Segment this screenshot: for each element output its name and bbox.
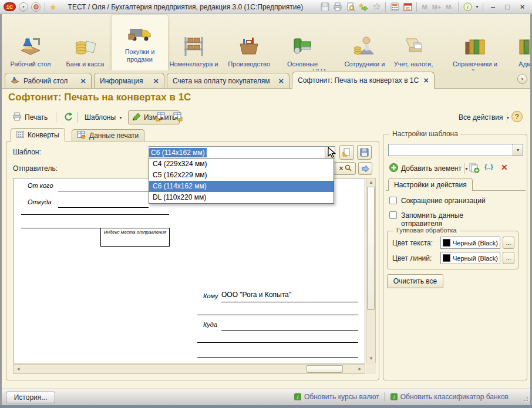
- braces-icon[interactable]: {..}: [484, 163, 493, 170]
- add-favorite-icon[interactable]: [358, 2, 369, 12]
- template-label: Шаблон:: [13, 148, 41, 156]
- print-preview-icon[interactable]: [345, 2, 356, 12]
- tab-envelopes[interactable]: Конверты: [11, 128, 65, 141]
- dropdown-item[interactable]: C5 (162x229 мм): [149, 170, 334, 181]
- horizontal-scrollbar[interactable]: ◄ ►: [13, 364, 365, 374]
- tab-invoices[interactable]: Счета на оплату покупателям ×: [167, 73, 289, 88]
- ribbon-section-production[interactable]: Производство: [222, 29, 276, 70]
- clear-all-button[interactable]: Очистить все: [387, 274, 443, 288]
- tab-close-icon[interactable]: ×: [423, 77, 429, 84]
- tab-close-icon[interactable]: ×: [278, 77, 284, 85]
- ribbon-section-purchases[interactable]: Покупки и продажи: [112, 15, 168, 70]
- desktop-icon: [18, 29, 43, 59]
- tab-print-data[interactable]: Данные печати: [72, 129, 144, 141]
- save-template-button[interactable]: [357, 145, 372, 160]
- combobox-dropdown-icon[interactable]: ▼: [513, 144, 523, 156]
- vertical-scrollbar[interactable]: ▲ ▼: [366, 178, 376, 363]
- line-color-field[interactable]: Черный (Black): [440, 252, 500, 264]
- line-color-picker-button[interactable]: ...: [503, 252, 514, 264]
- delete-element-icon[interactable]: ✕: [501, 163, 508, 172]
- dropdown-item-selected[interactable]: C6 (114x162 мм): [149, 181, 334, 192]
- window-border-left: [0, 14, 2, 408]
- org-abbrev-label: Сокращение организаций: [401, 197, 486, 205]
- add-element-button[interactable]: Добавить элемент ▼: [385, 161, 473, 176]
- minimize-button[interactable]: –: [487, 2, 499, 12]
- quick-access-button[interactable]: [31, 2, 41, 12]
- scroll-right-icon[interactable]: ►: [358, 367, 362, 372]
- close-button[interactable]: ×: [516, 2, 528, 12]
- favorites-star-icon[interactable]: ★: [49, 3, 57, 11]
- reload-template-button[interactable]: [339, 145, 354, 160]
- text-color-field[interactable]: Черный (Black): [440, 237, 500, 249]
- maximize-button[interactable]: □: [501, 2, 514, 12]
- favorite-star-icon[interactable]: [371, 2, 382, 12]
- ribbon-section-administration[interactable]: Адм: [498, 29, 532, 70]
- dropdown-item[interactable]: DL (110x220 мм): [149, 192, 334, 203]
- update-rates-link[interactable]: i Обновить курсы валют: [294, 393, 379, 401]
- tab-desktop[interactable]: Рабочий стол ×: [5, 73, 92, 88]
- ribbon-section-desktop[interactable]: Рабочий стол: [4, 29, 58, 70]
- vertical-scroll-thumb[interactable]: [367, 187, 375, 310]
- ribbon-section-assets[interactable]: Основные средства и НМА: [275, 29, 329, 70]
- sender-line2: [21, 228, 100, 228]
- template-combobox[interactable]: C6 (114x162 мм) ▼: [149, 146, 335, 159]
- info-dropdown-icon[interactable]: ▼: [475, 5, 479, 9]
- main-menu-button[interactable]: ▼: [19, 2, 28, 12]
- tab-envelope-print[interactable]: Софтонит: Печать на конвертах в 1С ×: [292, 72, 435, 89]
- org-abbrev-checkbox[interactable]: [389, 197, 397, 204]
- add-icon: [389, 163, 398, 174]
- scroll-down-icon[interactable]: ▼: [369, 356, 373, 361]
- memory-recall-button[interactable]: M: [420, 4, 428, 11]
- horizontal-scroll-thumb[interactable]: [307, 365, 343, 373]
- window-border-bottom: [0, 405, 532, 408]
- print-icon[interactable]: [332, 2, 343, 12]
- tab-settings-actions[interactable]: Настройки и действия: [388, 178, 473, 191]
- text-color-picker-button[interactable]: ...: [503, 237, 514, 249]
- info-icon[interactable]: i: [462, 2, 473, 12]
- update-banks-link[interactable]: i Обновить классификатор банков: [390, 393, 509, 401]
- tab-list-button[interactable]: ▼: [517, 74, 527, 84]
- history-button[interactable]: История...: [6, 392, 55, 403]
- tab-information[interactable]: Информация ×: [94, 73, 164, 88]
- addr-line3: [197, 357, 358, 358]
- dropdown-item[interactable]: C4 (229x324 мм): [149, 159, 334, 170]
- ribbon-scroll-right-icon[interactable]: ▶: [526, 41, 530, 47]
- update-rates-label: Обновить курсы валют: [304, 393, 379, 401]
- ribbon-section-accounting[interactable]: Учет, налоги, отчетность: [386, 29, 440, 70]
- refresh-button[interactable]: [59, 110, 75, 124]
- ribbon-section-warehouse[interactable]: Номенклатура и склад: [167, 29, 221, 70]
- memory-minus-button[interactable]: M-: [445, 4, 454, 11]
- addr-line1: [221, 330, 358, 331]
- production-icon: [236, 29, 262, 59]
- restore-settings-button[interactable]: [151, 110, 167, 124]
- memory-plus-button[interactable]: M+: [431, 4, 443, 11]
- open-sender-button[interactable]: [358, 162, 372, 175]
- templates-button[interactable]: Шаблоны ▼: [80, 110, 127, 124]
- save-settings-button[interactable]: [168, 110, 183, 124]
- tab-close-icon[interactable]: ×: [80, 77, 86, 85]
- text-color-label: Цвет текста:: [392, 239, 433, 247]
- bank-cash-icon: [72, 29, 98, 59]
- calculator-icon[interactable]: [389, 2, 400, 12]
- copy-element-icon[interactable]: [469, 163, 480, 176]
- element-combobox[interactable]: ▼: [388, 144, 523, 156]
- save-icon[interactable]: [319, 2, 330, 12]
- all-actions-button[interactable]: Все действия ▼: [454, 110, 514, 124]
- template-dropdown-list[interactable]: C4 (229x324 мм) C5 (162x229 мм) C6 (114x…: [149, 158, 334, 204]
- envelope-preview: От кого Откуда Индекс места отправления …: [13, 178, 365, 363]
- help-button[interactable]: ?: [511, 111, 523, 122]
- print-button[interactable]: Печать: [8, 110, 52, 124]
- tab-close-icon[interactable]: ×: [153, 77, 159, 85]
- scroll-up-icon[interactable]: ▲: [369, 180, 373, 185]
- lookup-icon[interactable]: [345, 164, 352, 173]
- settings-group-title: Настройки шаблона: [389, 130, 461, 138]
- scroll-left-icon[interactable]: ◄: [16, 367, 21, 372]
- ribbon-section-employees[interactable]: Сотрудники и зарплата: [338, 29, 392, 70]
- ribbon-section-bank[interactable]: Банк и касса: [58, 29, 112, 70]
- resize-grip[interactable]: [522, 395, 528, 401]
- remember-sender-checkbox[interactable]: [389, 211, 397, 219]
- ribbon-section-references[interactable]: Справочники и настройки учета: [448, 29, 502, 70]
- add-element-label: Добавить элемент: [401, 164, 462, 173]
- clear-sender-icon[interactable]: ×: [339, 164, 343, 173]
- calendar-icon[interactable]: 31: [402, 2, 413, 12]
